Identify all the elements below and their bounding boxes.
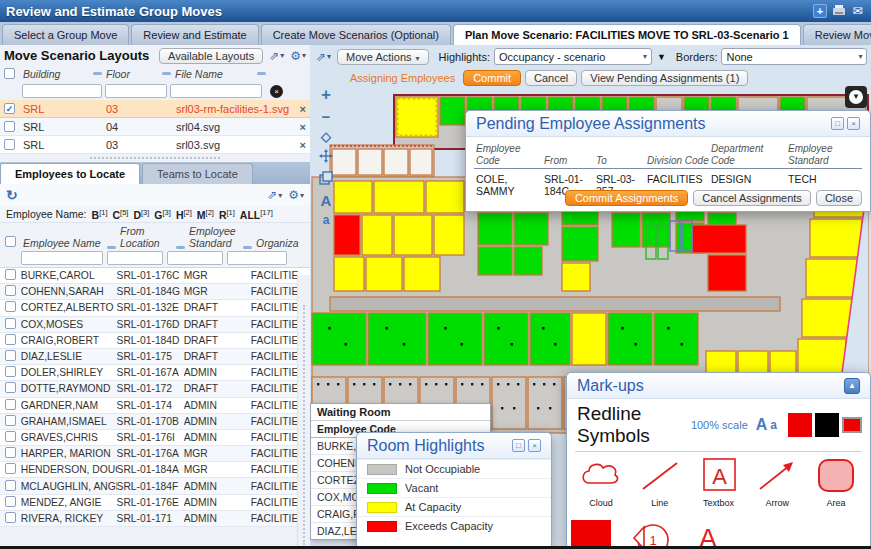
column-file-name[interactable]: File Name — [175, 68, 253, 80]
export-caret-icon[interactable]: ▾ — [280, 51, 284, 60]
tab-review-and-estimate[interactable]: Review and Estimate — [131, 24, 258, 45]
employee-row[interactable]: CRAIG,ROBERTSRL-01-184DDRAFTFACILITIE — [0, 333, 310, 349]
employee-row[interactable]: GRAHAM,ISMAELSRL-01-170BADMINFACILITIE — [0, 414, 310, 430]
gear-icon[interactable]: ⚙ — [288, 188, 299, 202]
minimize-icon[interactable]: □ — [831, 117, 844, 130]
employee-checkbox[interactable] — [5, 415, 16, 426]
employee-row[interactable]: BURKE,CAROLSRL-01-176CMGRFACILITIE — [0, 268, 310, 284]
highlights-select[interactable]: Occupancy - scenario▾ — [494, 48, 652, 65]
markup-symbol-arrow[interactable]: Arrow — [755, 456, 799, 508]
remove-icon[interactable]: × — [300, 121, 306, 133]
column-from-location[interactable]: From Location — [120, 225, 172, 249]
tab-plan-move-scenario-facilities-move-to-srl-[interactable]: Plan Move Scenario: FACILITIES MOVE TO S… — [453, 24, 801, 45]
employee-row[interactable]: MCLAUGHLIN, ANGELINASRL-01-184FADMINFACI… — [0, 478, 310, 494]
close-icon[interactable]: × — [847, 117, 860, 130]
layout-checkbox[interactable] — [4, 121, 15, 132]
alpha-filter-b[interactable]: B[1] — [92, 209, 108, 221]
sort-icon[interactable] — [176, 246, 185, 249]
print-icon[interactable] — [831, 4, 846, 18]
filter-name-input[interactable] — [21, 251, 103, 265]
sort-icon[interactable] — [257, 72, 266, 75]
revision-bubble-symbol[interactable]: 1 — [629, 516, 673, 549]
alpha-filter-m[interactable]: M[2] — [197, 209, 214, 221]
filter-file-input[interactable] — [170, 84, 262, 98]
gear-icon[interactable]: ⚙ — [290, 49, 301, 63]
employee-checkbox[interactable] — [5, 512, 16, 523]
employee-checkbox[interactable] — [5, 366, 16, 377]
commit-button[interactable]: Commit — [463, 70, 521, 86]
layers-icon[interactable] — [313, 171, 339, 187]
mail-icon[interactable]: ✉ — [850, 4, 865, 18]
select-all-employees-checkbox[interactable] — [5, 236, 16, 247]
export-caret-icon[interactable]: ▾ — [327, 52, 331, 61]
employee-row[interactable]: COHENN,SARAHSRL-01-184GMGRFACILITIE — [0, 284, 310, 300]
employee-checkbox[interactable] — [5, 399, 16, 410]
employee-row[interactable]: GARDNER,NAMSRL-01-174ADMINFACILITIE — [0, 398, 310, 414]
column-floor[interactable]: Floor — [106, 68, 158, 80]
markup-symbol-textbox[interactable]: ATextbox — [697, 456, 741, 508]
employee-row[interactable]: COX,MOSESSRL-01-176DDRAFTFACILITIE — [0, 317, 310, 333]
zoom-in-icon[interactable]: + — [313, 86, 339, 103]
employee-row[interactable]: MENDEZ, ANGIESRL-01-176EADMINFACILITIE — [0, 495, 310, 511]
font-large-icon[interactable]: A — [756, 416, 768, 434]
tab-teams-to-locate[interactable]: Teams to Locate — [142, 163, 253, 184]
select-all-layouts-checkbox[interactable] — [4, 68, 15, 79]
filled-area-symbol[interactable] — [571, 520, 611, 549]
sort-icon[interactable] — [93, 72, 102, 75]
gear-caret-icon[interactable]: ▾ — [302, 51, 306, 60]
column-building[interactable]: Building — [23, 68, 89, 80]
refresh-icon[interactable]: ↻ — [6, 187, 18, 203]
panel-resize-grip[interactable] — [0, 154, 310, 162]
employee-checkbox[interactable] — [5, 334, 16, 345]
filter-from-input[interactable] — [107, 251, 163, 265]
markup-symbol-line[interactable]: Line — [638, 456, 682, 508]
alpha-filter-all[interactable]: ALL[17] — [240, 209, 273, 221]
alpha-filter-g[interactable]: G[3] — [154, 209, 171, 221]
cancel-button[interactable]: Cancel — [525, 70, 577, 86]
add-window-icon[interactable]: + — [813, 4, 827, 18]
clear-filter-icon[interactable]: × — [270, 85, 283, 98]
layout-checkbox[interactable] — [4, 139, 15, 150]
alpha-filter-c[interactable]: C[5] — [112, 209, 128, 221]
alpha-filter-h[interactable]: H[2] — [176, 209, 192, 221]
employee-checkbox[interactable] — [5, 301, 16, 312]
remove-icon[interactable]: × — [300, 103, 306, 115]
column-organization[interactable]: Organiza — [256, 237, 306, 249]
employee-checkbox[interactable] — [5, 447, 16, 458]
view-pending-assignments-button[interactable]: View Pending Assignments (1) — [581, 70, 748, 86]
fill-swatch[interactable] — [842, 417, 862, 433]
employee-row[interactable]: RIVERA, RICKEYSRL-01-171ADMINFACILITIE — [0, 511, 310, 527]
collapse-icon[interactable]: ▲ — [844, 378, 860, 394]
sort-icon[interactable] — [162, 72, 171, 75]
employee-row[interactable]: GRAVES,CHRISSRL-01-176IADMINFACILITIE — [0, 430, 310, 446]
pan-icon[interactable] — [313, 149, 339, 165]
scrollbar[interactable] — [297, 275, 310, 546]
layout-checkbox[interactable]: ✓ — [4, 103, 15, 114]
highlight-options-icon[interactable]: ▼ — [657, 52, 666, 62]
employee-checkbox[interactable] — [5, 496, 16, 507]
filter-building-input[interactable] — [22, 84, 102, 98]
label-size-large-icon[interactable]: A — [313, 193, 339, 208]
close-button[interactable]: Close — [816, 190, 862, 206]
alpha-filter-d[interactable]: D[3] — [133, 209, 149, 221]
employee-checkbox[interactable] — [5, 318, 16, 329]
borders-select[interactable]: None▾ — [721, 48, 867, 65]
gear-caret-icon[interactable]: ▾ — [300, 191, 304, 200]
color-swatch-black[interactable] — [815, 413, 839, 437]
tab-create-move-scenarios-optional[interactable]: Create Move Scenarios (Optional) — [261, 24, 451, 45]
employee-checkbox[interactable] — [5, 431, 16, 442]
tab-employees-to-locate[interactable]: Employees to Locate — [0, 163, 140, 184]
employee-row[interactable]: CORTEZ,ALBERTOSRL-01-132EDRAFTFACILITIE — [0, 300, 310, 316]
tab-select-a-group-move[interactable]: Select a Group Move — [2, 24, 129, 45]
zoom-out-icon[interactable]: − — [313, 109, 339, 124]
minimize-icon[interactable]: □ — [512, 439, 525, 452]
cancel-assignments-button[interactable]: Cancel Assignments — [693, 190, 811, 206]
employee-row[interactable]: DIAZ,LESLIESRL-01-175DRAFTFACILITIE — [0, 349, 310, 365]
employee-checkbox[interactable] — [5, 382, 16, 393]
map-menu-button[interactable]: ▼ — [845, 86, 867, 108]
export-caret-icon[interactable]: ▾ — [278, 191, 282, 200]
markup-symbol-cloud[interactable]: Cloud — [579, 456, 623, 508]
sort-icon[interactable] — [243, 246, 252, 249]
filter-standard-input[interactable] — [167, 251, 223, 265]
alpha-filter-r[interactable]: R[1] — [219, 209, 235, 221]
